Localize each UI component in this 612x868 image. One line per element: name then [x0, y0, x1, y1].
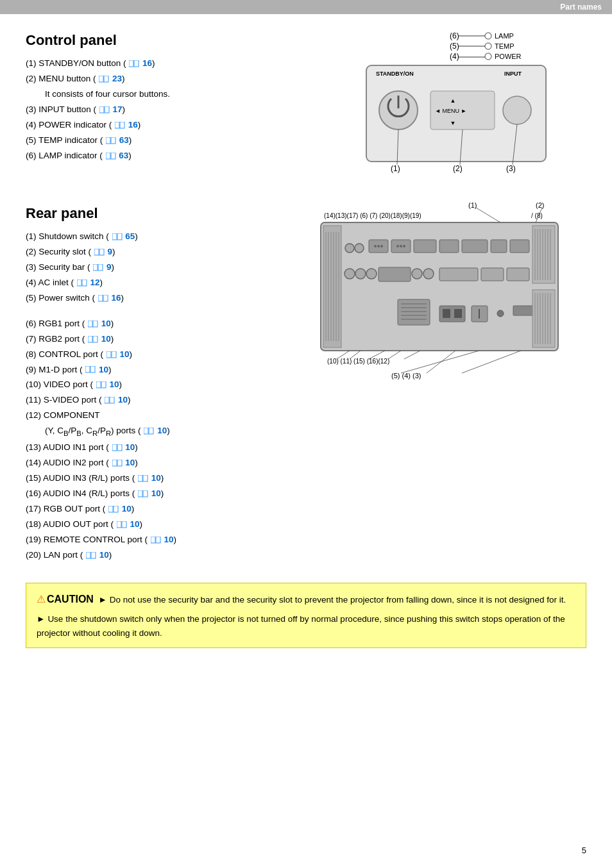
svg-rect-68	[149, 428, 153, 434]
book-icon	[129, 60, 139, 67]
list-item: (5) TEMP indicator ( 63)	[26, 133, 300, 148]
list-item: (5) Power switch ( 16)	[26, 291, 287, 306]
book-icon	[144, 428, 154, 435]
rear-panel-right: (1) (2) (14)(13)(17) (6) (7) (20)(18)(9)…	[300, 200, 586, 399]
svg-rect-62	[90, 366, 95, 372]
svg-rect-142	[532, 290, 555, 347]
list-item: (11) S-VIDEO port ( 10)	[26, 393, 287, 408]
svg-rect-77	[108, 506, 113, 512]
svg-line-158	[427, 351, 455, 373]
book-icon	[105, 397, 115, 404]
svg-rect-73	[138, 475, 142, 481]
svg-rect-61	[85, 366, 90, 372]
svg-line-156	[404, 351, 420, 359]
svg-rect-54	[103, 295, 108, 301]
svg-text:(2): (2)	[536, 201, 544, 209]
list-item: (3) Security bar ( 9)	[26, 260, 287, 275]
book-icon	[85, 366, 96, 373]
list-item: (8) CONTROL port ( 10)	[26, 347, 287, 362]
svg-point-21	[485, 33, 491, 39]
page-number: 5	[582, 846, 586, 855]
svg-rect-70	[117, 444, 122, 451]
svg-rect-0	[129, 60, 133, 67]
svg-point-125	[423, 269, 434, 279]
svg-rect-55	[88, 321, 92, 327]
list-item: (9) M1-D port ( 10)	[26, 363, 287, 378]
svg-rect-84	[91, 552, 96, 558]
rear-panel-section: Rear panel (1) Shutdown switch ( 65) (2)…	[26, 200, 586, 563]
book-icon	[88, 321, 98, 328]
svg-rect-128	[507, 268, 529, 281]
svg-rect-81	[151, 537, 155, 543]
svg-point-116	[380, 245, 383, 247]
svg-rect-10	[120, 122, 124, 128]
svg-text:LAMP: LAMP	[495, 32, 514, 40]
svg-text:(14)(13)(17) (6) (7) (20)(18)(: (14)(13)(17) (6) (7) (20)(18)(9)(19)	[324, 212, 421, 219]
svg-rect-97	[532, 226, 555, 283]
svg-rect-109	[414, 240, 436, 253]
list-item: (1) STANDBY/ON button ( 16)	[26, 56, 300, 71]
book-icon	[77, 280, 87, 287]
svg-text:(6): (6)	[450, 31, 459, 40]
header-bar: Part names	[0, 0, 612, 14]
list-item: (17) RGB OUT port ( 10)	[26, 502, 287, 517]
list-item: (15) AUDIO IN3 (R/L) ports ( 10)	[26, 471, 287, 486]
svg-rect-48	[99, 249, 104, 255]
svg-point-124	[412, 269, 422, 279]
svg-rect-57	[88, 336, 92, 342]
list-item: (1) Shutdown switch ( 65)	[26, 230, 287, 244]
list-item: (12) COMPONENT	[26, 408, 287, 423]
svg-text:TEMP: TEMP	[495, 42, 514, 50]
book-icon	[88, 336, 98, 343]
svg-rect-75	[138, 490, 142, 497]
header-label: Part names	[560, 3, 602, 12]
svg-text:(1): (1)	[468, 201, 477, 209]
list-item: (Y, CB/PB, CR/PR) ports ( 10)	[26, 424, 287, 440]
book-icon	[112, 460, 123, 467]
list-item: (7) RGB2 port ( 10)	[26, 332, 287, 347]
book-icon	[98, 295, 108, 302]
list-item: (6) LAMP indicator ( 63)	[26, 149, 300, 163]
svg-point-120	[344, 269, 355, 279]
svg-rect-7	[105, 106, 109, 113]
svg-rect-112	[491, 240, 507, 253]
svg-rect-123	[378, 267, 411, 281]
list-item: (2) MENU button ( 23)	[26, 72, 300, 87]
book-icon	[99, 76, 109, 83]
svg-rect-59	[106, 351, 111, 358]
svg-text:STANDBY/ON: STANDBY/ON	[376, 71, 414, 77]
svg-rect-79	[117, 521, 121, 528]
svg-text:(4): (4)	[450, 52, 459, 61]
svg-point-115	[377, 245, 380, 247]
list-item: It consists of four cursor buttons.	[26, 87, 300, 102]
list-item: (16) AUDIO IN4 (R/L) ports ( 10)	[26, 487, 287, 501]
svg-rect-15	[106, 153, 110, 159]
svg-rect-60	[112, 351, 116, 358]
svg-text:◄ MENU ►: ◄ MENU ►	[435, 108, 466, 114]
book-icon	[138, 475, 148, 482]
book-icon	[112, 444, 123, 451]
svg-rect-65	[105, 397, 109, 403]
svg-rect-80	[122, 521, 126, 528]
svg-rect-67	[144, 428, 148, 434]
svg-rect-72	[117, 460, 122, 466]
svg-rect-126	[439, 268, 478, 281]
caution-box: ⚠CAUTION ►Do not use the security bar an…	[26, 583, 586, 649]
caution-line1: ⚠CAUTION ►Do not use the security bar an…	[37, 591, 575, 608]
svg-text:(10) (11) (15) (16)(12): (10) (11) (15) (16)(12)	[327, 358, 389, 365]
list-item: (3) INPUT button ( 17)	[26, 103, 300, 117]
book-icon	[99, 106, 110, 113]
svg-point-121	[355, 269, 366, 279]
svg-line-157	[401, 351, 479, 373]
svg-rect-4	[104, 76, 108, 82]
svg-rect-137	[454, 309, 462, 318]
book-icon	[93, 264, 103, 271]
list-item: (14) AUDIO IN2 port ( 10)	[26, 456, 287, 471]
list-item: (4) AC inlet ( 12)	[26, 276, 287, 290]
svg-point-119	[403, 245, 405, 247]
list-item: (20) LAN port ( 10)	[26, 548, 287, 563]
svg-text:(2): (2)	[453, 164, 463, 173]
svg-rect-63	[96, 381, 101, 388]
book-icon	[138, 490, 148, 497]
svg-rect-127	[481, 268, 504, 281]
